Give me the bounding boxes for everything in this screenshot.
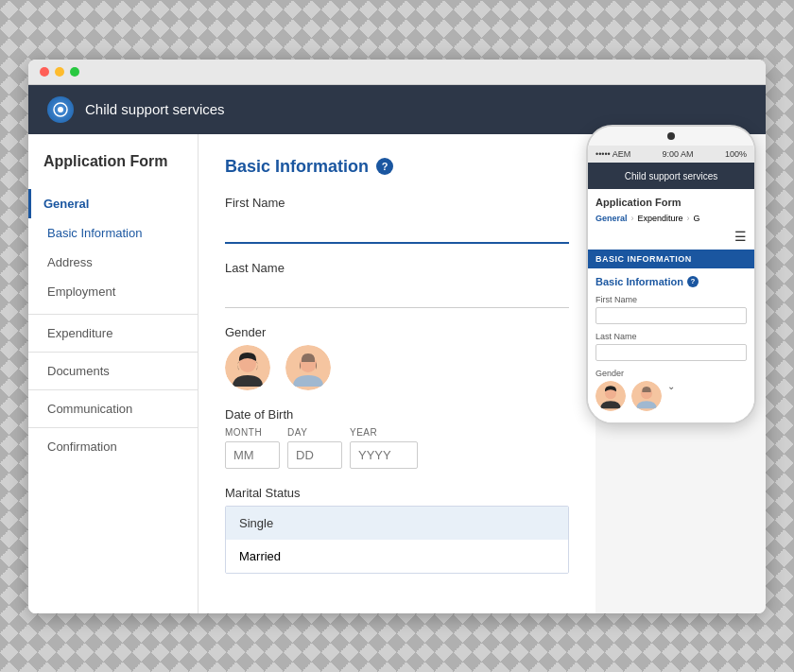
browser-dot-yellow[interactable]	[55, 67, 64, 77]
form-section-header: Basic Information ?	[225, 157, 569, 177]
phone-gender-dropdown-icon[interactable]: ⌄	[667, 381, 675, 411]
gender-female-option[interactable]	[225, 345, 270, 390]
phone-last-name-input[interactable]	[596, 344, 747, 361]
sidebar-divider-4	[28, 427, 198, 428]
sidebar-divider-1	[28, 314, 198, 315]
phone-avatar-male[interactable]	[631, 381, 662, 411]
sidebar-item-employment[interactable]: Employment	[28, 277, 198, 306]
phone-last-name-label: Last Name	[596, 332, 747, 341]
dob-month-input[interactable]	[225, 441, 280, 469]
help-icon[interactable]: ?	[376, 158, 393, 175]
dob-day-input[interactable]	[287, 441, 342, 469]
gender-label: Gender	[225, 325, 569, 339]
first-name-group: First Name	[225, 196, 569, 244]
form-area: Basic Information ? First Name Last Name…	[198, 134, 596, 613]
sidebar-page-title: Application Form	[28, 153, 198, 185]
phone-tab-chevron-2: ›	[687, 214, 690, 223]
phone-app-title: Child support services	[625, 171, 717, 181]
phone-gender-label: Gender	[596, 369, 747, 378]
main-content: Application Form General Basic Informati…	[28, 134, 766, 613]
gender-male-option[interactable]	[285, 345, 331, 390]
app-title: Child support services	[85, 101, 225, 117]
dob-month-field: MONTH	[225, 427, 280, 469]
phone-hamburger-menu[interactable]: ☰	[596, 229, 747, 244]
phone-app-header: Child support services	[588, 163, 754, 189]
app-window: Child support services Application Form …	[28, 60, 766, 613]
marital-option-single[interactable]: Single	[226, 507, 568, 540]
marital-option-married[interactable]: Married	[226, 540, 568, 573]
sidebar-divider-2	[28, 352, 198, 353]
sidebar-item-address[interactable]: Address	[28, 248, 198, 277]
first-name-label: First Name	[225, 196, 569, 210]
phone-tab-chevron-1: ›	[631, 214, 634, 223]
phone-battery: 100%	[725, 149, 747, 159]
last-name-label: Last Name	[225, 261, 569, 275]
app-logo	[47, 96, 74, 123]
dob-year-field: YEAR	[350, 427, 418, 469]
dob-year-input[interactable]	[350, 441, 418, 469]
marital-status-dropdown: Single Married	[225, 506, 569, 574]
phone-time: 9:00 AM	[663, 149, 694, 159]
phone-tab-other[interactable]: G	[694, 214, 700, 223]
browser-chrome	[28, 60, 766, 85]
sidebar-divider-3	[28, 389, 198, 390]
browser-dot-green[interactable]	[70, 67, 79, 77]
gender-group: Gender	[225, 325, 569, 390]
form-section-title-text: Basic Information	[225, 157, 369, 177]
dob-inputs: MONTH DAY YEAR	[225, 427, 569, 469]
sidebar-item-communication[interactable]: Communication	[28, 394, 198, 423]
sidebar: Application Form General Basic Informati…	[28, 134, 198, 613]
phone-notch	[667, 132, 675, 140]
dob-month-label: MONTH	[225, 427, 280, 438]
dob-year-label: YEAR	[350, 427, 418, 438]
sidebar-item-basic-info[interactable]: Basic Information	[28, 218, 198, 248]
sidebar-item-expenditure[interactable]: Expenditure	[28, 319, 198, 348]
browser-dot-red[interactable]	[40, 67, 49, 77]
phone-first-name-label: First Name	[596, 295, 747, 304]
svg-point-1	[58, 107, 63, 112]
phone-device: ••••• AEM 9:00 AM 100% Child support ser…	[586, 125, 756, 424]
phone-tabs: General › Expenditure › G	[596, 214, 747, 223]
phone-first-name-input[interactable]	[596, 307, 747, 324]
phone-help-icon[interactable]: ?	[687, 276, 699, 287]
phone-body: Application Form General › Expenditure ›…	[588, 189, 754, 422]
sidebar-item-general[interactable]: General	[28, 189, 198, 218]
marital-status-group: Marital Status Single Married	[225, 486, 569, 574]
dob-group: Date of Birth MONTH DAY YEAR	[225, 407, 569, 469]
phone-gender-row: ⌄	[596, 381, 747, 411]
phone-status-bar: ••••• AEM 9:00 AM 100%	[588, 146, 754, 163]
dob-day-label: DAY	[287, 427, 342, 438]
last-name-input[interactable]	[225, 281, 569, 308]
phone-form-title: Basic Information ?	[596, 276, 747, 287]
phone-avatar-female[interactable]	[596, 381, 626, 411]
phone-page-title: Application Form	[596, 197, 747, 208]
phone-mockup-wrapper: ••••• AEM 9:00 AM 100% Child support ser…	[577, 115, 766, 434]
dob-label: Date of Birth	[225, 407, 569, 422]
dob-day-field: DAY	[287, 427, 342, 469]
phone-notch-area	[588, 127, 754, 146]
phone-signal: ••••• AEM	[596, 149, 630, 159]
sidebar-item-documents[interactable]: Documents	[28, 356, 198, 386]
first-name-input[interactable]	[225, 215, 569, 244]
phone-tab-expenditure[interactable]: Expenditure	[638, 214, 683, 223]
sidebar-section-general: General Basic Information Address Employ…	[28, 185, 198, 310]
marital-status-label: Marital Status	[225, 486, 569, 500]
phone-tab-general[interactable]: General	[596, 214, 628, 223]
phone-section-header: BASIC INFORMATION	[588, 250, 754, 268]
gender-options	[225, 345, 569, 390]
sidebar-item-confirmation[interactable]: Confirmation	[28, 432, 198, 461]
last-name-group: Last Name	[225, 261, 569, 308]
